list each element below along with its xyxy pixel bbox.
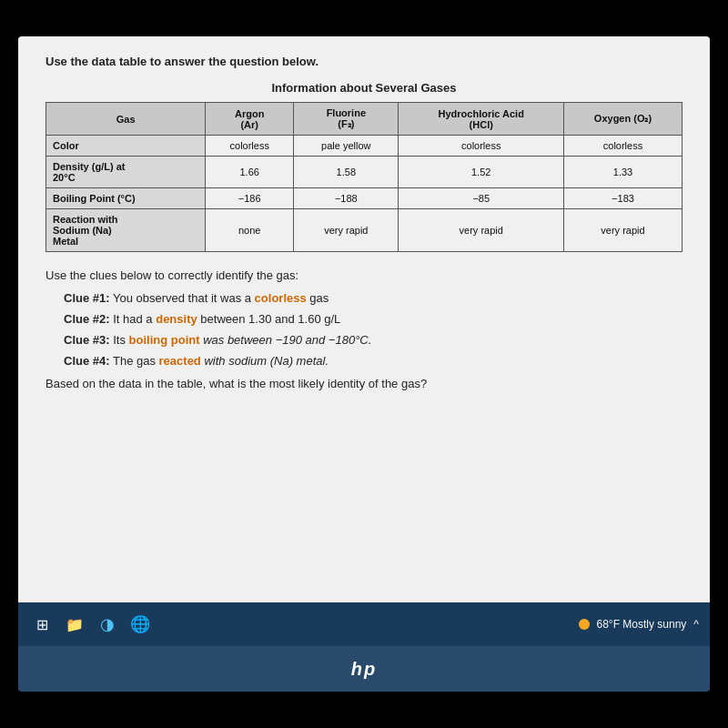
clue4-highlight: reacted: [159, 354, 201, 368]
clue1-after: gas: [309, 291, 329, 305]
table-title: Information about Several Gases: [46, 81, 682, 95]
fluorine-color: pale yellow: [294, 136, 399, 157]
table-row: Density (g/L) at20°C 1.66 1.58 1.52 1.33: [46, 157, 682, 188]
fluorine-boiling: −188: [294, 188, 399, 209]
weather-text: 68°F Mostly sunny: [597, 618, 687, 631]
hcl-reaction: very rapid: [399, 209, 564, 252]
clue2-after: between 1.30 and 1.60 g/L: [200, 312, 340, 326]
argon-density: 1.66: [206, 157, 294, 188]
clue3-label: Clue #3:: [64, 333, 110, 347]
table-row: Color colorless pale yellow colorless co…: [46, 136, 682, 157]
clue4-label: Clue #4:: [64, 354, 110, 368]
content-area: Use the data table to answer the questio…: [18, 36, 710, 602]
col-header-fluorine: Fluorine(F₂): [294, 103, 399, 136]
property-density: Density (g/L) at20°C: [46, 157, 206, 188]
clue-2: Clue #2: It had a density between 1.30 a…: [64, 312, 682, 326]
chrome-icon[interactable]: 🌐: [127, 612, 153, 637]
table-row: Boiling Point (°C) −186 −188 −85 −183: [46, 188, 682, 209]
start-button-icon[interactable]: ⊞: [29, 612, 55, 637]
gas-data-table: Gas Argon(Ar) Fluorine(F₂) Hydrochloric …: [46, 102, 682, 252]
clue1-before: You observed that it was a: [113, 291, 255, 305]
oxygen-density: 1.33: [563, 157, 682, 188]
clue3-highlight: boiling point: [129, 333, 200, 347]
hcl-boiling: −85: [399, 188, 564, 209]
clue2-before: It had a: [113, 312, 156, 326]
instruction-text: Use the data table to answer the questio…: [46, 55, 682, 68]
table-row: Reaction withSodium (Na)Metal none very …: [46, 209, 682, 252]
oxygen-boiling: −183: [563, 188, 682, 209]
file-explorer-icon[interactable]: 📁: [62, 612, 87, 637]
hcl-color: colorless: [399, 136, 564, 157]
edge-icon[interactable]: ◑: [95, 612, 120, 637]
property-color: Color: [46, 136, 206, 157]
question-text: Based on the data in the table, what is …: [46, 377, 682, 390]
clue2-highlight: density: [156, 312, 197, 326]
clue3-before: Its: [113, 333, 128, 347]
oxygen-color: colorless: [563, 136, 682, 157]
clue4-before: The gas: [113, 354, 159, 368]
argon-boiling: −186: [206, 188, 294, 209]
chevron-up-icon: ^: [693, 618, 699, 631]
hp-logo: hp: [351, 659, 377, 680]
screen: Use the data table to answer the questio…: [18, 36, 710, 692]
col-header-argon: Argon(Ar): [206, 103, 294, 136]
col-header-gas: Gas: [46, 103, 206, 136]
weather-icon: [579, 619, 590, 630]
property-boiling: Boiling Point (°C): [46, 188, 206, 209]
clue-1: Clue #1: You observed that it was a colo…: [64, 291, 682, 305]
taskbar: ⊞ 📁 ◑ 🌐 68°F Mostly sunny ^: [18, 602, 710, 646]
clues-intro: Use the clues below to correctly identif…: [46, 268, 682, 282]
clue1-highlight: colorless: [255, 291, 307, 305]
clue2-label: Clue #2:: [64, 312, 110, 326]
col-header-hcl: Hydrochloric Acid(HCl): [399, 103, 564, 136]
col-header-oxygen: Oxygen (O₂): [563, 103, 682, 136]
clue3-after: was between −190 and −180°C.: [203, 333, 371, 347]
hp-logo-area: hp: [18, 646, 710, 692]
clue1-label: Clue #1:: [64, 291, 110, 305]
property-reaction: Reaction withSodium (Na)Metal: [46, 209, 206, 252]
taskbar-right: 68°F Mostly sunny ^: [579, 618, 699, 631]
fluorine-density: 1.58: [294, 157, 399, 188]
fluorine-reaction: very rapid: [294, 209, 399, 252]
clue-4: Clue #4: The gas reacted with sodium (Na…: [64, 354, 682, 368]
clue4-after: with sodium (Na) metal.: [204, 354, 329, 368]
oxygen-reaction: very rapid: [563, 209, 682, 252]
hcl-density: 1.52: [399, 157, 564, 188]
clue-3: Clue #3: Its boiling point was between −…: [64, 333, 682, 347]
argon-reaction: none: [206, 209, 294, 252]
argon-color: colorless: [206, 136, 294, 157]
taskbar-left: ⊞ 📁 ◑ 🌐: [29, 612, 153, 637]
